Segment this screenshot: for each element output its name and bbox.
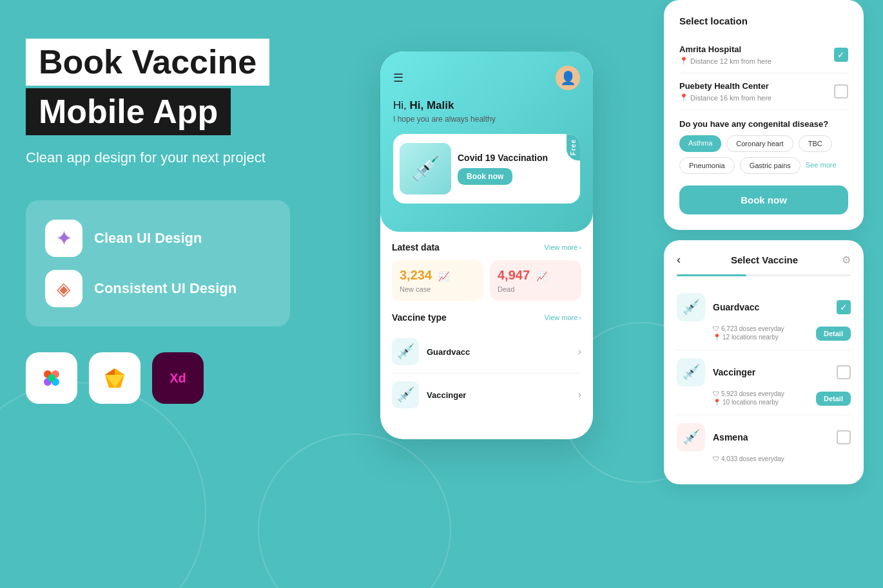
tag-see-more[interactable]: See more xyxy=(806,157,837,174)
guardvacc-select-name: Guardvacc xyxy=(713,302,837,312)
hamburger-icon[interactable]: ☰ xyxy=(393,71,403,85)
back-button[interactable]: ‹ xyxy=(677,253,681,267)
puebety-checkbox[interactable] xyxy=(834,84,848,99)
vaccine-select-vaccinger: 💉 Vaccinger 🛡 5,923 doses everyday 📍 10 … xyxy=(677,350,851,415)
consistent-ui-icon: ◈ xyxy=(45,270,82,307)
clean-ui-icon: ✦ xyxy=(45,220,82,257)
dead-card: 4,947 📈 Dead xyxy=(490,260,581,301)
vaccine-select-asmena: 💉 Asmena 🛡 4,033 doses everyday xyxy=(677,415,851,471)
book-now-button[interactable]: Book now xyxy=(679,185,848,214)
asmena-doses: 🛡 4,033 doses everyday xyxy=(713,455,784,462)
feature-item-1: ✦ Clean UI Design xyxy=(45,220,271,257)
filter-icon[interactable]: ⚙ xyxy=(842,254,851,266)
covid-illustration: 💉 xyxy=(400,143,451,194)
greeting-sub: I hope you are always healthy xyxy=(393,115,580,124)
vaccinger-select-checkbox[interactable] xyxy=(837,365,851,379)
avatar[interactable]: 👤 xyxy=(556,66,580,90)
left-panel: Book Vaccine Mobile App Clean app design… xyxy=(26,39,342,404)
vaccinger-icon: 💉 xyxy=(392,381,419,408)
feature-label-2: Consistent UI Design xyxy=(94,280,237,297)
shield-icon-2: 🛡 xyxy=(713,390,719,397)
subtitle: Clean app design for your next project xyxy=(26,148,342,168)
vaccinger-doses: 🛡 5,923 doses everyday xyxy=(713,390,784,397)
shield-icon: 🛡 xyxy=(713,325,719,332)
tag-gastric[interactable]: Gastric pains xyxy=(740,157,801,174)
location-disease-card: Select location Amrita Hospital 📍 Distan… xyxy=(664,0,864,230)
tag-tbc[interactable]: TBC xyxy=(799,135,832,152)
vaccine-select-guardvacc: 💉 Guardvacc ✓ 🛡 6,723 doses everyday 📍 1… xyxy=(677,285,851,350)
right-panel: Select location Amrita Hospital 📍 Distan… xyxy=(664,0,864,484)
puebety-distance: 📍 Distance 16 km from here xyxy=(679,93,771,102)
select-vaccine-title: Select Vaccine xyxy=(687,254,842,265)
shield-icon-3: 🛡 xyxy=(713,455,719,462)
amrita-checkbox[interactable]: ✓ xyxy=(834,48,848,62)
vaccine-item-guardvacc[interactable]: 💉 Guardvacc › xyxy=(392,330,581,374)
phone-mockup: ☰ 👤 Hi, Hi, Malik I hope you are always … xyxy=(380,52,593,439)
covid-book-button[interactable]: Book now xyxy=(458,168,512,185)
chevron-right-icon-2: › xyxy=(578,389,581,401)
latest-data-viewmore[interactable]: View more › xyxy=(545,243,581,251)
vaccine-item-vaccinger[interactable]: 💉 Vaccinger › xyxy=(392,374,581,416)
disease-question: Do you have any congenital disease? xyxy=(679,119,848,129)
tab-bar xyxy=(677,274,851,276)
guardvacc-detail-button[interactable]: Detail xyxy=(816,327,851,341)
covid-title: Covid 19 Vaccination xyxy=(458,153,571,163)
vaccine-list: 💉 Guardvacc › 💉 Vaccinger › xyxy=(392,330,581,416)
tools-row: Xd xyxy=(26,352,342,404)
vaccinger-select-icon: 💉 xyxy=(677,358,705,386)
vaccinger-meta: 🛡 5,923 doses everyday 📍 10 locations ne… xyxy=(677,390,851,407)
guardvacc-icon: 💉 xyxy=(392,338,419,365)
tag-pneumonia[interactable]: Pneumonia xyxy=(679,157,735,174)
location-item-amrita[interactable]: Amrita Hospital 📍 Distance 12 km from he… xyxy=(679,37,848,73)
title-line1: Book Vaccine xyxy=(39,43,257,81)
svg-point-4 xyxy=(48,374,55,382)
tag-coronary[interactable]: Coronary heart xyxy=(726,135,793,152)
new-case-number: 3,234 📈 xyxy=(400,268,476,283)
covid-card: 💉 Covid 19 Vaccination Book now Free xyxy=(393,134,580,204)
asmena-meta: 🛡 4,033 doses everyday xyxy=(677,455,851,464)
location-pin-icon: 📍 xyxy=(679,57,688,65)
vaccinger-detail-button[interactable]: Detail xyxy=(816,392,851,406)
dead-number: 4,947 📈 xyxy=(498,268,574,283)
asmena-select-checkbox[interactable] xyxy=(837,430,851,444)
guardvacc-select-icon: 💉 xyxy=(677,293,705,321)
guardvacc-doses: 🛡 6,723 doses everyday xyxy=(713,325,784,332)
vaccine-type-title: Vaccine type xyxy=(392,312,447,323)
guardvacc-select-checkbox[interactable]: ✓ xyxy=(837,300,851,314)
guardvacc-meta: 🛡 6,723 doses everyday 📍 12 locations ne… xyxy=(677,325,851,342)
feature-label-1: Clean UI Design xyxy=(94,230,202,247)
guardvacc-name: Guardvacc xyxy=(427,347,578,357)
select-location-title: Select location xyxy=(679,15,848,26)
dead-label: Dead xyxy=(498,285,574,293)
new-case-card: 3,234 📈 New case xyxy=(392,260,483,301)
figma-icon xyxy=(26,352,77,404)
asmena-select-name: Asmena xyxy=(713,432,837,442)
new-case-label: New case xyxy=(400,285,476,293)
vaccinger-locations: 📍 10 locations nearby xyxy=(713,399,784,406)
location-pin-icon-2: 📍 xyxy=(679,93,688,102)
sketch-icon xyxy=(89,352,141,404)
feature-item-2: ◈ Consistent UI Design xyxy=(45,270,271,307)
xd-icon: Xd xyxy=(152,352,204,404)
vaccine-type-viewmore[interactable]: View more › xyxy=(545,314,581,321)
vaccinger-name: Vaccinger xyxy=(427,390,578,400)
vaccine-card-header: ‹ Select Vaccine ⚙ xyxy=(677,253,851,267)
amrita-distance: 📍 Distance 12 km from here xyxy=(679,57,771,65)
title-line2: Mobile App xyxy=(39,93,218,130)
chevron-right-icon: › xyxy=(578,346,581,357)
guardvacc-locations: 📍 12 locations nearby xyxy=(713,334,784,341)
puebety-name: Puebety Health Center xyxy=(679,81,771,91)
vaccinger-select-name: Vaccinger xyxy=(713,367,837,377)
asmena-select-icon: 💉 xyxy=(677,423,705,451)
location-item-puebety[interactable]: Puebety Health Center 📍 Distance 16 km f… xyxy=(679,73,848,110)
tab-active-indicator xyxy=(677,274,746,276)
location-pin-icon-4: 📍 xyxy=(713,399,721,406)
greeting: Hi, Hi, Malik xyxy=(393,99,580,112)
select-vaccine-card: ‹ Select Vaccine ⚙ 💉 Guardvacc ✓ 🛡 6,723… xyxy=(664,240,864,484)
disease-tags: Asthma Coronary heart TBC Pneumonia Gast… xyxy=(679,135,848,174)
latest-data-title: Latest data xyxy=(392,242,440,252)
features-box: ✦ Clean UI Design ◈ Consistent UI Design xyxy=(26,200,290,327)
location-pin-icon-3: 📍 xyxy=(713,334,721,341)
stats-row: 3,234 📈 New case 4,947 📈 Dead xyxy=(392,260,581,301)
tag-asthma[interactable]: Asthma xyxy=(679,135,721,152)
